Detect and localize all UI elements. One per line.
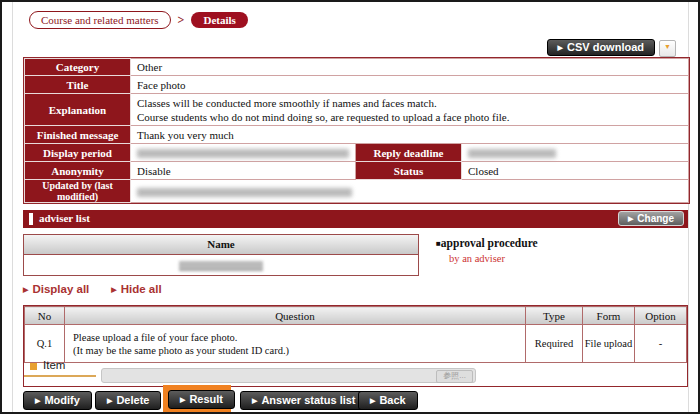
anonymity-label: Anonymity [25,162,131,180]
file-upload-input[interactable]: 参照... [101,368,476,383]
redacted-reply-deadline [468,149,556,158]
title-label: Title [25,76,131,94]
approval-procedure-detail: by an adviser [449,253,505,264]
play-arrow-icon: ▶ [370,397,375,404]
play-arrow-icon: ▶ [628,215,633,222]
question-no: Q.1 [25,325,65,363]
item-section: Item 参照... [24,359,687,386]
adviser-name-row [24,255,418,275]
adviser-name-table: Name [23,234,419,276]
play-arrow-icon: ▶ [111,286,116,293]
csv-download-label: CSV download [567,41,644,53]
updated-by-value [131,180,689,203]
category-value: Other [131,59,689,76]
change-label: Change [637,213,674,224]
col-header-form: Form [583,307,635,325]
display-period-label: Display period [25,144,131,162]
csv-dropdown-button[interactable]: ▼ [659,40,676,57]
result-highlight-annotation: ▶Result [163,385,231,414]
section-tick-icon [29,213,33,225]
question-line2: (It may be the same photo as your studen… [73,344,517,357]
result-label: Result [189,393,223,405]
breadcrumb: Course and related matters > Details [29,11,248,29]
display-all-label: Display all [32,283,89,295]
redacted-display-period [137,149,349,158]
name-column-header: Name [24,235,418,255]
category-label: Category [25,59,131,76]
play-arrow-icon: ▶ [23,286,28,293]
display-period-value [131,144,356,162]
updated-by-label: Updated by (last modified) [25,180,131,203]
question-type: Required [526,325,583,363]
question-text: Please upload a file of your face photo.… [65,325,526,363]
result-button[interactable]: ▶Result [168,390,235,409]
question-row: Q.1 Please upload a file of your face ph… [25,325,687,363]
explanation-value: Classes will be conducted more smoothly … [131,94,689,126]
breadcrumb-course-link[interactable]: Course and related matters [29,11,171,29]
status-label: Status [356,162,462,180]
col-header-type: Type [526,307,583,325]
title-value: Face photo [131,76,689,94]
question-option: - [635,325,687,363]
approval-procedure-label: approval procedure [441,237,538,249]
reply-deadline-value [462,144,689,162]
change-button[interactable]: ▶Change [618,211,684,226]
modify-label: Modify [44,394,79,406]
display-all-link[interactable]: ▶Display all [23,283,89,295]
list-toggle-links: ▶Display all ▶Hide all [23,283,162,295]
answer-status-list-label: Answer status list [261,394,355,406]
col-header-question: Question [65,307,526,325]
anonymity-value: Disable [131,162,356,180]
breadcrumb-details: Details [191,12,247,28]
item-square-icon [30,363,37,370]
question-table-section: No Question Type Form Option Q.1 Please … [23,305,688,387]
item-underline [24,375,96,377]
details-table: Category Other Title Face photo Explanat… [23,57,690,204]
adviser-list-header-bar: adviser list ▶Change [23,210,688,228]
item-title: Item [43,359,65,371]
redacted-adviser-name[interactable] [179,261,263,271]
play-arrow-icon: ▶ [558,44,563,51]
play-arrow-icon: ▶ [180,396,185,403]
adviser-list-title: adviser list [39,212,90,224]
col-header-no: No [25,307,65,325]
reply-deadline-label: Reply deadline [356,144,462,162]
hide-all-label: Hide all [121,283,162,295]
chevron-down-icon: ▼ [664,43,671,51]
finished-message-value: Thank you very much [131,126,689,144]
page-left-edge-line [12,2,13,412]
play-arrow-icon: ▶ [252,397,257,404]
delete-label: Delete [116,394,149,406]
finished-message-label: Finished message [25,126,131,144]
col-header-option: Option [635,307,687,325]
csv-download-button[interactable]: ▶CSV download [547,39,655,56]
redacted-updated-by [137,188,352,197]
explanation-label: Explanation [25,94,131,126]
status-value: Closed [462,162,689,180]
answer-status-list-button[interactable]: ▶Answer status list [240,391,368,410]
hide-all-link[interactable]: ▶Hide all [111,283,161,295]
play-arrow-icon: ▶ [35,397,40,404]
question-line1: Please upload a file of your face photo. [73,331,517,344]
back-button[interactable]: ▶Back [358,391,418,410]
explanation-line2: Course students who do not mind doing so… [137,110,682,124]
modify-button[interactable]: ▶Modify [23,391,92,410]
breadcrumb-separator: > [178,13,185,28]
play-arrow-icon: ▶ [107,397,112,404]
browse-button[interactable]: 参照... [436,370,473,383]
delete-button[interactable]: ▶Delete [95,391,161,410]
details-page: { "ui": { "arrow": "▶", "square": "■", "… [0,0,700,414]
approval-procedure-title: ■approval procedure [436,237,538,249]
question-table: No Question Type Form Option Q.1 Please … [24,306,687,363]
back-label: Back [379,394,405,406]
question-form: File upload [583,325,635,363]
explanation-line1: Classes will be conducted more smoothly … [137,96,682,110]
